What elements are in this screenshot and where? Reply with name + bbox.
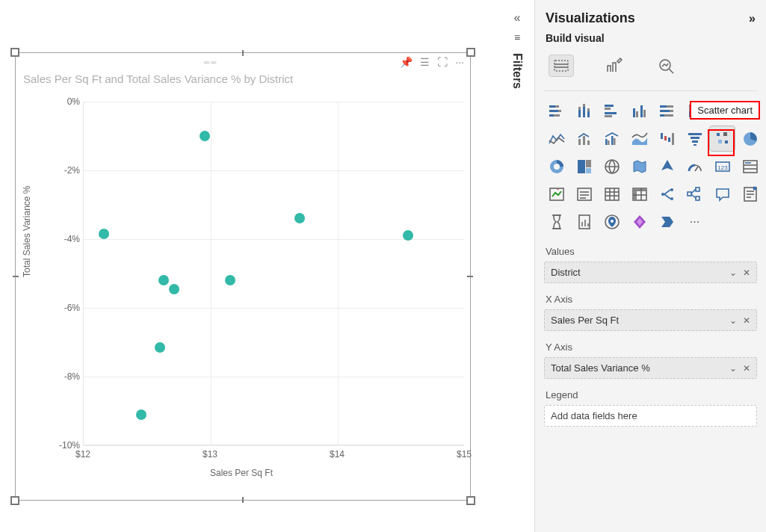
key-influencers-icon[interactable]	[655, 182, 679, 206]
clustered-column-chart-icon[interactable]	[627, 99, 652, 123]
more-options-icon[interactable]: ···	[455, 56, 464, 68]
chart-visual-container[interactable]: ══ 📌 ☰ ⛶ ··· Sales Per Sq Ft and Total S…	[15, 52, 471, 501]
yaxis-well-label: Y Axis	[546, 341, 756, 353]
filters-collapsed-pane[interactable]: « ≡ Filters	[508, 11, 526, 89]
funnel-chart-icon[interactable]	[682, 126, 707, 151]
chevron-down-icon[interactable]: ⌄	[729, 315, 737, 326]
svg-rect-16	[587, 108, 590, 111]
svg-rect-39	[587, 140, 590, 145]
qna-icon[interactable]	[710, 182, 735, 206]
expand-filters-icon[interactable]: «	[514, 11, 521, 25]
svg-rect-13	[583, 107, 585, 117]
decomposition-tree-icon[interactable]	[682, 182, 707, 206]
drag-grip-icon[interactable]: ══	[22, 58, 400, 66]
card-icon[interactable]: 123	[710, 154, 735, 179]
pie-chart-icon[interactable]	[738, 126, 762, 151]
map-icon[interactable]	[599, 154, 624, 179]
power-apps-icon[interactable]	[627, 209, 652, 234]
matrix-icon[interactable]	[627, 182, 652, 206]
gauge-icon[interactable]	[682, 154, 707, 179]
svg-rect-51	[694, 144, 696, 146]
xaxis-field-well[interactable]: Sales Per Sq Ft ⌄✕	[544, 309, 757, 331]
field-name: District	[551, 267, 581, 278]
data-point[interactable]	[200, 131, 210, 141]
line-chart-markers-icon[interactable]	[544, 126, 569, 151]
goals-icon[interactable]	[544, 209, 569, 234]
focus-mode-icon[interactable]: ⛶	[437, 56, 448, 68]
resize-handle[interactable]	[466, 496, 475, 505]
svg-point-85	[661, 193, 664, 196]
kpi-icon[interactable]	[544, 182, 569, 206]
chevron-down-icon[interactable]: ⌄	[729, 267, 737, 278]
narrative-icon[interactable]	[738, 182, 762, 206]
resize-handle[interactable]	[242, 497, 244, 503]
stacked-column-chart-icon[interactable]	[572, 99, 596, 123]
svg-point-86	[670, 188, 673, 191]
data-point[interactable]	[155, 342, 165, 353]
table-icon[interactable]	[599, 182, 624, 206]
filled-map-icon[interactable]	[627, 154, 652, 179]
data-point[interactable]	[294, 213, 305, 223]
field-name: Sales Per Sq Ft	[551, 315, 619, 326]
data-point[interactable]	[99, 229, 109, 239]
waterfall-chart-icon[interactable]	[655, 126, 679, 151]
svg-rect-0	[555, 61, 568, 71]
slicer-icon[interactable]	[572, 182, 596, 206]
remove-field-icon[interactable]: ✕	[743, 315, 750, 326]
ribbon-chart-icon[interactable]	[627, 126, 652, 151]
treemap-icon[interactable]	[572, 154, 596, 179]
resize-handle[interactable]	[467, 276, 473, 277]
resize-handle[interactable]	[242, 50, 244, 56]
azure-map-icon[interactable]	[655, 154, 679, 179]
line-clustered-column-icon[interactable]	[599, 126, 624, 151]
resize-handle[interactable]	[13, 276, 19, 277]
pane-title: Visualizations	[546, 10, 635, 26]
values-field-well[interactable]: District ⌄✕	[544, 262, 757, 283]
data-point[interactable]	[136, 409, 146, 420]
svg-rect-55	[725, 140, 728, 143]
chevron-down-icon[interactable]: ⌄	[729, 363, 737, 374]
svg-rect-12	[578, 107, 581, 110]
line-stacked-column-icon[interactable]	[572, 126, 596, 151]
svg-rect-8	[558, 110, 561, 112]
resize-handle[interactable]	[466, 48, 475, 57]
svg-line-89	[664, 194, 670, 199]
pin-icon[interactable]: 📌	[400, 56, 413, 68]
donut-chart-icon[interactable]	[544, 154, 569, 179]
tab-build-visual[interactable]	[549, 55, 574, 77]
yaxis-field-well[interactable]: Total Sales Variance % ⌄✕	[544, 357, 757, 379]
paginated-report-icon[interactable]	[572, 209, 596, 234]
more-visuals-icon[interactable]: ···	[682, 209, 707, 234]
tooltip-scatter-chart: Scatter chart	[690, 101, 760, 120]
resize-handle[interactable]	[10, 496, 19, 505]
svg-rect-45	[664, 136, 667, 140]
svg-rect-26	[660, 105, 667, 108]
resize-handle[interactable]	[10, 48, 19, 57]
data-point[interactable]	[169, 284, 179, 294]
arcgis-map-icon[interactable]	[599, 209, 624, 234]
y-tick: -6%	[53, 303, 80, 313]
power-automate-icon[interactable]	[655, 209, 679, 234]
100-stacked-bar-chart-icon[interactable]	[655, 99, 679, 123]
data-point[interactable]	[158, 275, 169, 285]
multi-row-card-icon[interactable]	[738, 154, 762, 179]
remove-field-icon[interactable]: ✕	[743, 363, 750, 374]
tab-format-visual[interactable]	[601, 55, 626, 77]
x-tick: $15	[457, 449, 472, 460]
collapse-pane-icon[interactable]: »	[749, 12, 756, 25]
data-point[interactable]	[403, 230, 413, 241]
scatter-chart-icon[interactable]	[710, 126, 735, 151]
svg-rect-47	[672, 133, 674, 145]
stacked-bar-chart-icon[interactable]	[544, 99, 569, 123]
legend-field-well-empty[interactable]: Add data fields here	[544, 405, 757, 427]
svg-point-87	[670, 197, 673, 200]
data-point[interactable]	[225, 275, 235, 285]
svg-line-88	[664, 190, 670, 194]
remove-field-icon[interactable]: ✕	[743, 267, 750, 278]
filter-icon[interactable]: ☰	[420, 56, 430, 68]
pane-subtitle: Build visual	[544, 29, 757, 47]
clustered-bar-chart-icon[interactable]	[599, 99, 624, 123]
svg-rect-46	[668, 137, 670, 142]
svg-rect-11	[578, 110, 581, 117]
tab-analytics[interactable]	[653, 55, 679, 77]
